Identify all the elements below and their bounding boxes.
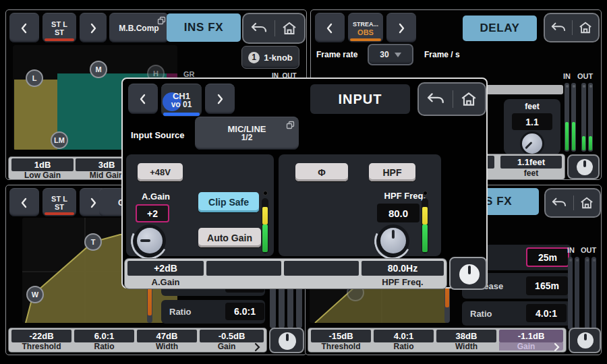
nav-group	[544, 188, 601, 218]
channel-name-line1: STREA...	[353, 20, 378, 28]
param-cell-ratio[interactable]: 6.0:1	[74, 330, 134, 342]
threshold-handle[interactable]: T	[84, 233, 102, 251]
knob-assign-button[interactable]	[449, 257, 487, 290]
hpf-clip-indicator	[423, 191, 428, 195]
channel-select-button[interactable]: CH1 vo 01	[161, 84, 202, 117]
param-footer: -22dB 6.0:1 47dB -0.5dB Threshold Ratio …	[9, 328, 266, 352]
hpf-freq-label: HPF Freq.	[369, 191, 426, 201]
next-channel-button[interactable]	[205, 84, 235, 114]
param-label-threshold: Threshold	[311, 342, 371, 351]
analog-gain-card: +48V A.Gain +2 Clip Safe Auto Gain	[126, 154, 274, 256]
param-label-hpf-freq: HPF Freq.	[362, 278, 444, 286]
param-label-threshold: Threshold	[11, 342, 71, 351]
attack-value-box[interactable]: 25m	[526, 247, 569, 267]
prev-channel-button[interactable]	[315, 13, 345, 42]
auto-gain-button[interactable]: Auto Gain	[198, 228, 261, 247]
phantom-48v-button[interactable]: +48V	[138, 163, 183, 181]
low-band-handle[interactable]: L	[26, 69, 43, 87]
dropdown-arrow-icon	[395, 53, 401, 57]
hpf-card: Φ HPF HPF Freq. 80.0	[279, 154, 441, 256]
width-handle[interactable]: W	[26, 286, 44, 303]
one-knob-button[interactable]: 1 1-knob	[241, 46, 299, 69]
nav-divider	[572, 20, 573, 35]
param-cell-low-gain[interactable]: 1dB	[11, 158, 74, 171]
param-cell-again[interactable]: +2dB	[127, 261, 204, 276]
more-params-chevron-icon[interactable]	[554, 342, 560, 352]
phase-button[interactable]: Φ	[295, 163, 348, 181]
chevron-left-icon	[20, 22, 29, 34]
input-dialog: CH1 vo 01 INPUT Input Source MIC/LINE 1/…	[121, 78, 488, 289]
again-clip-indicator	[263, 191, 268, 195]
home-button[interactable]	[578, 21, 593, 34]
frame-rate-value: 30	[380, 50, 388, 59]
chevron-right-icon	[397, 22, 406, 34]
prev-channel-button[interactable]	[9, 13, 39, 42]
knob-assign-button[interactable]	[567, 154, 600, 179]
frame-rate-dropdown[interactable]: 30	[368, 44, 413, 65]
channel-select-button[interactable]: ST L ST	[42, 188, 76, 216]
fx-preset-button[interactable]: M.B.Comp	[109, 13, 169, 42]
next-channel-button[interactable]	[386, 13, 416, 42]
channel-name-line2: OBS	[357, 28, 374, 36]
param-cell-threshold[interactable]: -22dB	[11, 330, 71, 342]
input-source-button[interactable]: MIC/LINE 1/2	[195, 117, 299, 150]
hpf-button[interactable]: HPF	[369, 163, 415, 181]
release-value-box[interactable]: 165m	[526, 276, 568, 295]
ratio-value-box[interactable]: 4.0:1	[526, 304, 567, 322]
low-mid-crossover-handle[interactable]: LM	[51, 131, 68, 149]
prev-channel-button[interactable]	[128, 84, 158, 114]
nav-divider	[573, 195, 574, 210]
param-cell-threshold[interactable]: -15dB	[311, 330, 371, 342]
nav-group	[242, 13, 306, 44]
back-button[interactable]	[550, 21, 567, 34]
clip-safe-button[interactable]: Clip Safe	[198, 192, 259, 212]
input-source-value-line2: 1/2	[241, 133, 253, 142]
chevron-right-icon	[88, 197, 98, 209]
channel-name-line1: ST L	[51, 20, 67, 28]
ratio-row[interactable]: Ratio 4.0:1	[462, 301, 571, 326]
copy-icon	[157, 16, 166, 25]
ratio-row[interactable]: Ratio 6.0:1	[161, 300, 265, 324]
chevron-right-icon	[88, 22, 98, 34]
home-button[interactable]	[579, 196, 594, 210]
channel-name-line2: ST	[55, 28, 64, 36]
param-cell-width[interactable]: 47dB	[137, 330, 197, 342]
param-label-delay: feet	[500, 169, 562, 178]
again-knob[interactable]	[134, 224, 166, 257]
out-meter-r	[591, 257, 596, 330]
param-cell-hpf-freq[interactable]: 80.0Hz	[362, 261, 444, 276]
knob-assign-button[interactable]	[269, 328, 304, 353]
hpf-freq-value-box[interactable]: 80.0	[377, 204, 420, 222]
again-value-box[interactable]: +2	[136, 204, 169, 222]
back-button[interactable]	[250, 21, 268, 36]
screen-title: DELAY	[463, 16, 537, 41]
next-channel-button[interactable]	[80, 13, 107, 42]
delay-value-box[interactable]: 1.1	[512, 113, 552, 130]
param-cell-3[interactable]	[284, 261, 359, 276]
prev-channel-button[interactable]	[9, 188, 39, 216]
knob-assign-button[interactable]	[569, 328, 601, 353]
param-cell-gain-selected[interactable]: -1.1dB	[499, 330, 563, 342]
hpf-freq-knob[interactable]	[377, 224, 409, 257]
home-button[interactable]	[460, 91, 478, 107]
channel-select-button[interactable]: STREA... OBS	[348, 13, 383, 42]
mid-band-handle[interactable]: M	[90, 61, 107, 78]
out-meter-l	[585, 257, 589, 330]
back-button[interactable]	[426, 91, 445, 107]
param-label-low-gain: Low Gain	[11, 171, 74, 180]
channel-name: vo 01	[171, 100, 192, 109]
more-params-chevron-icon[interactable]	[254, 342, 260, 352]
param-cell-width[interactable]: 38dB	[436, 330, 496, 342]
param-cell-gain[interactable]: -0.5dB	[200, 330, 264, 342]
back-button[interactable]	[551, 196, 567, 210]
param-cell-ratio[interactable]: 4.0:1	[374, 330, 434, 342]
out-meter-label: OUT	[577, 72, 593, 80]
ratio-value-box[interactable]: 6.0:1	[225, 303, 264, 320]
in-meter-r	[571, 83, 576, 152]
delay-knob[interactable]	[520, 131, 544, 156]
channel-select-button[interactable]: ST L ST	[42, 13, 76, 42]
ratio-row-label: Ratio	[169, 307, 192, 317]
param-cell-2[interactable]	[206, 261, 281, 276]
home-button[interactable]	[281, 21, 297, 36]
param-cell-delay[interactable]: 1.1feet	[500, 156, 562, 169]
